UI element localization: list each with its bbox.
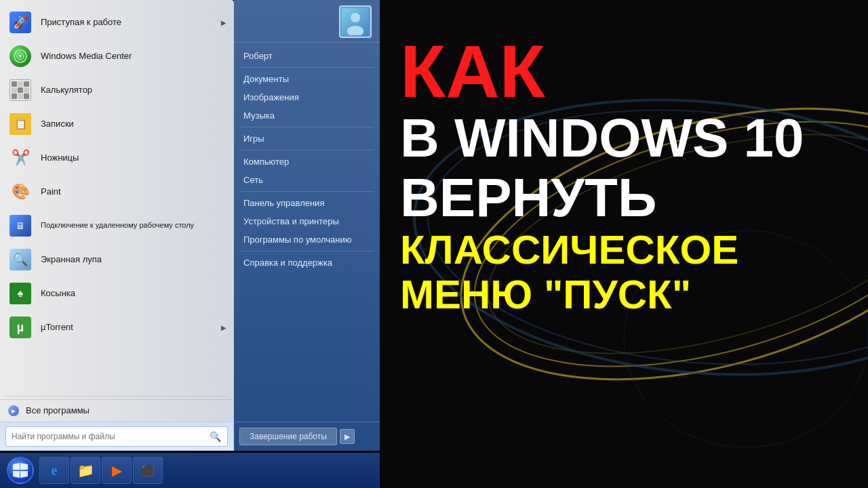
rdp-label: Подключение к удаленному рабочему столу: [41, 221, 194, 230]
solitaire-label: Косынка: [41, 288, 75, 299]
right-menu-item-defaults-label: Программы по умолчанию: [243, 235, 351, 245]
menu-item-wmc[interactable]: Windows Media Center: [0, 39, 233, 73]
magnifier-label: Экранная лупа: [41, 254, 102, 265]
all-programs-row[interactable]: ▶ Все программы: [0, 399, 233, 422]
scissors-icon: ✂️: [8, 146, 33, 170]
svg-point-11: [351, 13, 360, 22]
right-menu-item-devices-label: Устройства и принтеры: [243, 216, 339, 226]
sticky-label: Записки: [41, 119, 74, 129]
sticky-icon: 📋: [8, 112, 33, 136]
menu-divider: [5, 396, 228, 396]
all-programs-icon: ▶: [8, 405, 19, 416]
menu-item-paint[interactable]: 🎨 Paint: [0, 175, 233, 209]
start-button[interactable]: [3, 454, 38, 487]
menu-item-utorrent[interactable]: µ µTorrent ▶: [0, 310, 233, 344]
right-menu-item-help-label: Справка и поддержка: [243, 258, 332, 268]
right-divider-3: [241, 150, 373, 150]
shutdown-label: Завершение работы: [250, 432, 327, 441]
taskbar-item-wmc[interactable]: ⬛: [133, 457, 163, 484]
taskbar-item-ie[interactable]: e: [39, 457, 69, 484]
right-menu-item-music-label: Музыка: [243, 110, 275, 121]
right-menu-item-documents[interactable]: Документы: [234, 70, 380, 88]
right-menu-item-control-panel[interactable]: Панель управления: [234, 194, 380, 212]
start-menu-area: 🚀 Приступая к работе ▶: [0, 0, 380, 488]
paint-label: Paint: [41, 186, 61, 197]
all-programs-label: Все программы: [26, 405, 90, 416]
right-menu-items: Роберт Документы Изображения Музыка Игры: [234, 43, 380, 422]
search-box: 🔍: [5, 426, 228, 447]
right-divider-1: [241, 67, 373, 68]
right-menu-item-music[interactable]: Музыка: [234, 106, 380, 125]
shutdown-area: Завершение работы ▶: [234, 422, 380, 451]
user-avatar-area: [234, 0, 380, 43]
start-menu: 🚀 Приступая к работе ▶: [0, 0, 380, 451]
media-icon: ▶: [112, 462, 122, 479]
getting-started-arrow: ▶: [221, 19, 226, 26]
menu-item-magnifier[interactable]: 🔍 Экранная лупа: [0, 243, 233, 277]
magnifier-icon: 🔍: [8, 247, 33, 272]
calculator-icon: [8, 78, 33, 102]
shutdown-arrow-button[interactable]: ▶: [340, 429, 355, 444]
right-divider-4: [241, 191, 373, 192]
right-menu-item-network-label: Сеть: [243, 175, 263, 185]
headline-menu: МЕНЮ "ПУСК": [400, 272, 854, 317]
getting-started-icon: 🚀: [8, 10, 33, 35]
search-box-area: 🔍: [0, 422, 233, 451]
right-panel: КАК В WINDOWS 10 ВЕРНУТЬ КЛАССИЧЕСКОЕ МЕ…: [373, 0, 868, 488]
utorrent-icon: µ: [8, 315, 33, 340]
right-menu-item-games[interactable]: Игры: [234, 129, 380, 148]
headline-kak: КАК: [400, 34, 854, 108]
right-menu-item-network[interactable]: Сеть: [234, 171, 380, 189]
taskbar-item-media[interactable]: ▶: [102, 457, 132, 484]
right-menu-item-documents-label: Документы: [243, 74, 289, 84]
search-icon[interactable]: 🔍: [208, 430, 222, 443]
scissors-label: Ножницы: [41, 152, 79, 163]
ie-icon: e: [52, 463, 58, 479]
avatar: [339, 5, 372, 38]
rdp-icon: 🖥: [8, 214, 33, 238]
right-menu-item-devices[interactable]: Устройства и принтеры: [234, 212, 380, 230]
right-menu-item-defaults[interactable]: Программы по умолчанию: [234, 230, 380, 249]
right-divider-2: [241, 127, 373, 127]
getting-started-label: Приступая к работе: [41, 17, 121, 28]
utorrent-label: µTorrent: [41, 322, 73, 333]
wmc-icon: [8, 44, 33, 68]
wmc-taskbar-icon: ⬛: [141, 464, 155, 477]
menu-item-scissors[interactable]: ✂️ Ножницы: [0, 141, 233, 175]
menu-left-items: 🚀 Приступая к работе ▶: [0, 0, 233, 393]
taskbar: e 📁 ▶ ⬛: [0, 453, 380, 488]
menu-right-panel: Роберт Документы Изображения Музыка Игры: [234, 0, 380, 451]
taskbar-item-explorer[interactable]: 📁: [71, 457, 100, 484]
shutdown-button[interactable]: Завершение работы: [239, 428, 337, 445]
menu-item-getting-started[interactable]: 🚀 Приступая к работе ▶: [0, 5, 233, 39]
right-menu-item-images[interactable]: Изображения: [234, 88, 380, 106]
search-input[interactable]: [12, 432, 208, 441]
headline-vernut: ВЕРНУТЬ: [400, 168, 854, 228]
menu-item-rdp[interactable]: 🖥 Подключение к удаленному рабочему стол…: [0, 209, 233, 243]
right-menu-item-computer-label: Компьютер: [243, 157, 289, 167]
windows-orb: [7, 457, 34, 484]
paint-icon: 🎨: [8, 180, 33, 204]
shutdown-arrow-icon: ▶: [344, 432, 350, 441]
right-menu-item-user-label: Роберт: [243, 51, 273, 61]
headline-klassicheskoe: КЛАССИЧЕСКОЕ: [400, 228, 854, 272]
right-text-content: КАК В WINDOWS 10 ВЕРНУТЬ КЛАССИЧЕСКОЕ МЕ…: [400, 34, 854, 317]
right-menu-item-help[interactable]: Справка и поддержка: [234, 253, 380, 272]
utorrent-arrow: ▶: [221, 324, 226, 331]
wmc-label: Windows Media Center: [41, 51, 132, 62]
menu-item-calculator[interactable]: Калькулятор: [0, 73, 233, 107]
svg-point-9: [19, 55, 22, 58]
menu-item-sticky[interactable]: 📋 Записки: [0, 107, 233, 141]
solitaire-icon: ♠: [8, 281, 33, 306]
right-menu-item-images-label: Изображения: [243, 92, 299, 102]
menu-left-panel: 🚀 Приступая к работе ▶: [0, 0, 234, 451]
right-divider-5: [241, 251, 373, 251]
right-menu-item-control-panel-label: Панель управления: [243, 198, 324, 208]
right-menu-item-computer[interactable]: Компьютер: [234, 152, 380, 171]
right-menu-item-user[interactable]: Роберт: [234, 47, 380, 65]
explorer-icon: 📁: [77, 462, 94, 479]
calculator-label: Калькулятор: [41, 85, 92, 96]
headline-windows: В WINDOWS 10: [400, 108, 854, 168]
menu-item-solitaire[interactable]: ♠ Косынка: [0, 277, 233, 310]
right-menu-item-games-label: Игры: [243, 134, 264, 144]
